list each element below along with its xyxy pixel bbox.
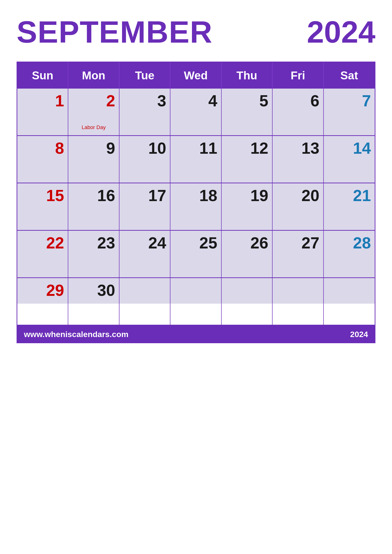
date-number: 7: [328, 91, 371, 109]
calendar-cell: 26: [222, 231, 273, 278]
calendar-cell: [222, 278, 273, 325]
year-title: 2024: [307, 14, 375, 50]
calendar-cell: [273, 278, 323, 325]
date-number: 21: [328, 186, 371, 203]
date-number: 23: [72, 234, 115, 251]
calendar-cell: 13: [273, 136, 323, 183]
calendar-cell: 17: [119, 183, 170, 231]
date-number: 13: [276, 139, 319, 156]
date-number: 24: [123, 234, 166, 251]
calendar-cell: [324, 278, 375, 325]
calendar-footer: www.wheniscalendars.com 2024: [17, 325, 375, 343]
date-number: 19: [225, 186, 268, 203]
calendar-cell: 27: [273, 231, 323, 278]
calendar-cell: [119, 278, 170, 325]
calendar-cell: 30: [68, 278, 119, 325]
calendar-cell: 5: [222, 89, 273, 136]
calendar-cell: 18: [170, 183, 221, 231]
date-number: 9: [72, 139, 115, 156]
date-number: 1: [21, 91, 64, 109]
calendar-cell: 6: [273, 89, 323, 136]
date-number: 8: [21, 139, 64, 156]
calendar-cell: 16: [68, 183, 119, 231]
footer-url: www.wheniscalendars.com: [24, 330, 128, 339]
calendar-cell: 20: [273, 183, 323, 231]
holiday-label: Labor Day: [72, 124, 115, 132]
date-number: 25: [174, 234, 217, 251]
date-number: 16: [72, 186, 115, 203]
day-header-sun: Sun: [17, 62, 68, 89]
calendar-cell: 23: [68, 231, 119, 278]
calendar-cell: 14: [324, 136, 375, 183]
footer-year: 2024: [350, 330, 368, 339]
date-number: 6: [276, 91, 319, 109]
date-number: 22: [21, 234, 64, 251]
day-header-thu: Thu: [222, 62, 273, 89]
calendar-cell: 7: [324, 89, 375, 136]
calendar-cell: 1: [17, 89, 68, 136]
date-number: 3: [123, 91, 166, 109]
calendar-cell: 8: [17, 136, 68, 183]
date-number: 11: [174, 139, 217, 156]
date-number: 27: [276, 234, 319, 251]
calendar-cell: 19: [222, 183, 273, 231]
date-number: 14: [328, 139, 371, 156]
date-number: 30: [72, 281, 115, 298]
date-number: 15: [21, 186, 64, 203]
calendar-grid: 12Labor Day34567891011121314151617181920…: [17, 89, 375, 325]
day-header-mon: Mon: [68, 62, 119, 89]
calendar-cell: 25: [170, 231, 221, 278]
date-number: 5: [225, 91, 268, 109]
date-number: 20: [276, 186, 319, 203]
date-number: 17: [123, 186, 166, 203]
calendar-cell: 3: [119, 89, 170, 136]
date-number: 10: [123, 139, 166, 156]
calendar-cell: 11: [170, 136, 221, 183]
calendar-cell: 9: [68, 136, 119, 183]
date-number: 18: [174, 186, 217, 203]
date-number: 4: [174, 91, 217, 109]
calendar-cell: 15: [17, 183, 68, 231]
calendar-cell: 22: [17, 231, 68, 278]
day-headers-row: SunMonTueWedThuFriSat: [17, 62, 375, 89]
date-number: 2: [72, 91, 115, 109]
date-number: 12: [225, 139, 268, 156]
day-header-wed: Wed: [170, 62, 221, 89]
calendar-cell: 12: [222, 136, 273, 183]
calendar-cell: 24: [119, 231, 170, 278]
calendar-cell: 29: [17, 278, 68, 325]
calendar-cell: 21: [324, 183, 375, 231]
date-number: 26: [225, 234, 268, 251]
calendar-cell: [170, 278, 221, 325]
calendar-header: SEPTEMBER 2024: [17, 14, 375, 50]
day-header-sat: Sat: [324, 62, 375, 89]
calendar-cell: 4: [170, 89, 221, 136]
calendar-cell: 2Labor Day: [68, 89, 119, 136]
calendar-cell: 10: [119, 136, 170, 183]
day-header-tue: Tue: [119, 62, 170, 89]
date-number: 29: [21, 281, 64, 298]
calendar-container: SunMonTueWedThuFriSat 12Labor Day3456789…: [17, 62, 375, 343]
calendar-cell: 28: [324, 231, 375, 278]
day-header-fri: Fri: [273, 62, 323, 89]
date-number: 28: [328, 234, 371, 251]
month-title: SEPTEMBER: [17, 14, 213, 50]
